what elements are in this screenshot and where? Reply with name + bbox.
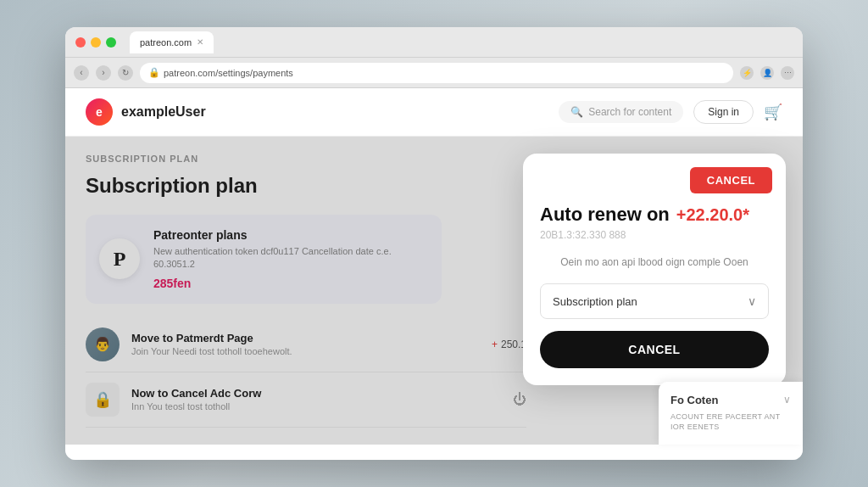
forward-button[interactable]: › [96, 65, 111, 81]
search-bar[interactable]: 🔍 Search for content [559, 101, 683, 123]
page-body: SUBSCRIPTION PLAN Subscription plan P Pa… [65, 137, 803, 445]
extensions-icon[interactable]: ⚡ [740, 66, 754, 80]
page-content: e exampleUser 🔍 Search for content Sign … [65, 88, 803, 460]
right-panel-chevron[interactable]: ∨ [783, 394, 791, 406]
header-right: 🔍 Search for content Sign in 🛒 [559, 100, 782, 124]
browser-window: patreon.com ✕ ‹ › ↻ 🔒 patreon.com/settin… [65, 27, 803, 460]
address-bar[interactable]: 🔒 patreon.com/settings/payments [140, 63, 733, 83]
menu-icon[interactable]: ⋯ [781, 66, 794, 80]
modal-body: Auto renew on +22.20.0* 20B1.3:32.330 88… [523, 200, 786, 385]
right-panel: Fo Coten ∨ ACOUNT ERE PACEERT ANT IOR EE… [659, 382, 803, 445]
sign-in-button[interactable]: Sign in [693, 100, 754, 124]
chevron-down-icon: ∨ [748, 294, 756, 308]
auto-renew-row: Auto renew on +22.20.0* [540, 204, 769, 226]
modal-description: Oein mo aon api lbood oign comple Ooen [540, 255, 769, 270]
right-panel-title: Fo Coten [670, 394, 718, 406]
address-bar-actions: ⚡ 👤 ⋯ [740, 66, 794, 80]
tab-close-icon[interactable]: ✕ [197, 37, 203, 47]
browser-tab[interactable]: patreon.com ✕ [130, 31, 214, 53]
basket-icon[interactable]: 🛒 [764, 103, 782, 121]
auto-renew-label: Auto renew on [540, 204, 670, 226]
page-header: e exampleUser 🔍 Search for content Sign … [65, 88, 803, 137]
modal-cancel-top-button[interactable]: CANCEL [690, 167, 772, 193]
right-panel-subtitle: ACOUNT ERE PACEERT ANT IOR EENETS [670, 411, 791, 433]
refresh-button[interactable]: ↻ [118, 65, 133, 81]
maximize-button[interactable] [106, 37, 116, 48]
auto-renew-date: 20B1.3:32.330 888 [540, 229, 769, 241]
search-icon: 🔍 [570, 106, 583, 118]
tab-title: patreon.com [140, 37, 192, 48]
auto-renew-price: +22.20.0* [676, 205, 749, 225]
modal-header: CANCEL [523, 154, 786, 200]
tab-bar: patreon.com ✕ [130, 31, 793, 53]
minimize-button[interactable] [91, 37, 101, 48]
traffic-lights [75, 37, 116, 48]
close-button[interactable] [75, 37, 86, 48]
profile-icon[interactable]: 👤 [760, 66, 774, 80]
title-bar: patreon.com ✕ [65, 27, 803, 58]
lock-icon: 🔒 [148, 67, 160, 78]
search-placeholder-text: Search for content [588, 106, 671, 118]
modal-overlay: CANCEL Auto renew on +22.20.0* 20B1.3:32… [65, 137, 803, 445]
back-button[interactable]: ‹ [74, 65, 89, 81]
brand-name: exampleUser [121, 104, 206, 120]
modal-dropdown[interactable]: Subscription plan ∨ [540, 283, 769, 319]
address-bar-row: ‹ › ↻ 🔒 patreon.com/settings/payments ⚡ … [65, 58, 803, 88]
modal-card: CANCEL Auto renew on +22.20.0* 20B1.3:32… [523, 154, 786, 385]
modal-dropdown-label: Subscription plan [553, 295, 637, 308]
brand: e exampleUser [86, 98, 206, 126]
address-text: patreon.com/settings/payments [164, 68, 293, 78]
modal-cancel-button[interactable]: CANCEL [540, 331, 769, 368]
brand-avatar: e [86, 98, 113, 126]
